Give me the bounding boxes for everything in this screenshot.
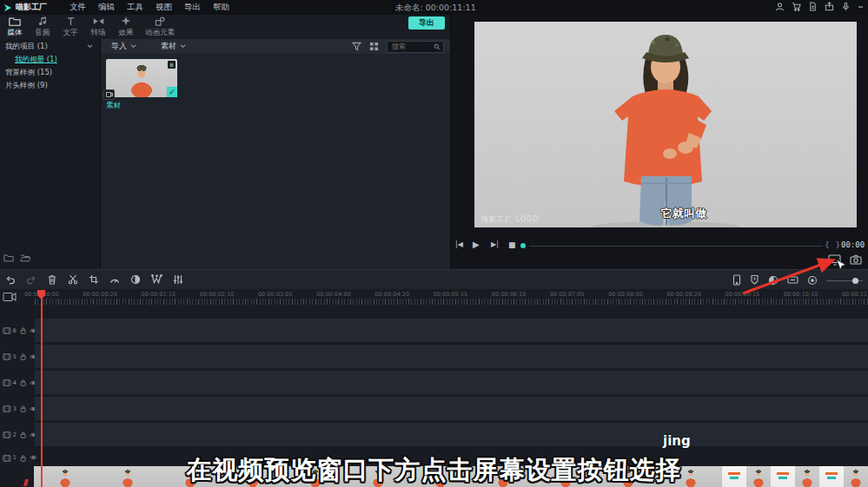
tab-elements[interactable]: 动画元素 (141, 16, 179, 38)
track-number: 4 (13, 379, 17, 386)
track-lane[interactable] (35, 423, 868, 446)
lock-icon[interactable] (20, 352, 26, 361)
snapshot-icon[interactable] (850, 254, 862, 265)
track-number: 5 (13, 353, 17, 360)
zoom-slider-handle[interactable] (852, 278, 858, 284)
menu-item[interactable]: 工具 (127, 2, 143, 13)
lock-icon[interactable] (20, 326, 26, 335)
seek-handle[interactable] (520, 243, 526, 248)
mixer-icon[interactable] (173, 274, 183, 285)
menu-item[interactable]: 编辑 (98, 2, 115, 13)
lock-icon[interactable] (20, 378, 26, 387)
crop-icon[interactable] (89, 274, 99, 285)
search-input[interactable] (390, 42, 434, 51)
timeline-track[interactable]: 6 (0, 319, 868, 342)
sidebar-item[interactable]: 片头样例 (9) (0, 80, 100, 91)
ruler-timestamp: 00:00:07:05 (550, 291, 585, 298)
track-lane[interactable] (35, 397, 868, 420)
store-cart-icon[interactable] (792, 2, 801, 11)
redo-icon[interactable] (26, 274, 36, 285)
category-dropdown[interactable]: 素材 (161, 41, 186, 52)
track-thumbnail-icon (3, 405, 11, 413)
next-frame-icon[interactable]: ▶| (491, 240, 499, 249)
filmora-app-window: 喵影工厂 文件编辑工具视图导出帮助 未命名: 00:00:11:11 媒体 音频… (0, 0, 868, 487)
menu-item[interactable]: 文件 (70, 2, 86, 13)
account-icon[interactable] (775, 2, 785, 11)
ruler-ticks[interactable] (35, 299, 868, 305)
filter-icon[interactable] (352, 42, 361, 51)
grid-view-icon[interactable] (369, 42, 379, 51)
export-button[interactable]: 导出 (408, 16, 445, 30)
beauty-icon[interactable] (151, 274, 162, 285)
tab-media[interactable]: 媒体 (2, 16, 28, 38)
tab-transition[interactable]: 转场 (85, 16, 111, 38)
zoom-slider[interactable] (826, 275, 863, 286)
tab-audio[interactable]: 音频 (30, 16, 56, 38)
track-thumbnail-icon (3, 378, 11, 387)
timeline-ruler[interactable]: 00:00:00:0000:00:00:2000:00:01:1500:00:0… (42, 291, 868, 298)
folder-open-icon[interactable] (20, 253, 30, 262)
chevron-down-icon (130, 44, 136, 49)
menu-item[interactable]: 帮助 (213, 2, 229, 13)
track-number: 6 (13, 327, 17, 334)
share-icon[interactable] (825, 2, 834, 11)
sidebar-item[interactable]: 我的项目 (1) (0, 41, 100, 52)
minimize-icon[interactable] (858, 2, 865, 11)
cut-icon[interactable] (68, 274, 78, 285)
play-icon[interactable]: ▶ (473, 240, 480, 249)
ruler-timestamp: 00:00:09:15 (726, 291, 760, 298)
video-subtitle: 它就叫做 (661, 206, 706, 221)
import-dropdown[interactable]: 导入 (111, 41, 136, 52)
track-lane[interactable] (35, 345, 868, 368)
chroma-icon[interactable] (130, 274, 141, 285)
menu-item[interactable]: 视图 (156, 2, 172, 13)
tab-text[interactable]: 文字 (57, 16, 83, 38)
marker-icon[interactable] (750, 274, 759, 286)
ruler-timestamp: 00:00:05:15 (434, 291, 468, 298)
track-manager-icon[interactable] (3, 292, 17, 302)
menu-item[interactable]: 导出 (184, 2, 201, 13)
search-icon[interactable] (434, 43, 441, 50)
ruler-timestamp: 00:00:04:00 (316, 291, 351, 298)
ruler-timestamp: 00:00:02:10 (200, 291, 235, 298)
delete-icon[interactable] (47, 274, 57, 285)
stop-icon[interactable]: ■ (508, 240, 516, 249)
sidebar-item[interactable]: 我的相册 (1) (0, 54, 100, 65)
media-toolbar: 导入 素材 (101, 39, 451, 54)
playhead-timecode: 00:00 (841, 240, 865, 249)
menu-bar: 文件编辑工具视图导出帮助 (70, 2, 229, 13)
screen-settings-icon[interactable] (828, 254, 842, 266)
chevron-down-icon[interactable] (87, 44, 93, 49)
media-clip-thumbnail[interactable]: B ✓ (106, 59, 177, 97)
timeline-track[interactable]: 3 (0, 397, 868, 420)
track-lane[interactable] (35, 371, 868, 394)
caption-small-text: jing (663, 433, 691, 449)
title-bar: 喵影工厂 文件编辑工具视图导出帮助 未命名: 00:00:11:11 (0, 0, 868, 15)
tab-effects[interactable]: 效果 (113, 16, 139, 38)
phone-export-icon[interactable] (732, 274, 741, 286)
license-icon[interactable] (808, 2, 818, 11)
seek-track[interactable] (529, 246, 823, 247)
track-lane[interactable] (35, 319, 868, 342)
track-thumbnail-icon (3, 326, 11, 335)
timeline-track[interactable]: 5 (0, 345, 868, 368)
fit-icon[interactable] (787, 275, 798, 285)
undo-icon[interactable] (5, 274, 16, 285)
timeline-tracks: 6 5 4 (0, 319, 868, 449)
search-box[interactable] (387, 41, 444, 53)
timeline-track[interactable]: 2 (0, 423, 868, 446)
mic-icon[interactable] (841, 2, 851, 11)
sparkle-icon (121, 16, 131, 26)
render-icon[interactable] (768, 275, 779, 286)
mark-in-out-icons[interactable]: { } (825, 240, 842, 249)
app-logo: 喵影工厂 (3, 2, 47, 13)
speed-icon[interactable] (109, 274, 120, 285)
ruler-timestamp: 00:00:01:15 (142, 291, 176, 298)
lock-icon[interactable] (20, 405, 26, 413)
zoom-fit-icon[interactable] (807, 275, 818, 286)
timeline-track[interactable]: 4 (0, 371, 868, 394)
prev-frame-icon[interactable]: |◀ (455, 240, 463, 249)
new-folder-icon[interactable] (3, 253, 14, 262)
lock-icon[interactable] (20, 431, 26, 439)
sidebar-item[interactable]: 背景样例 (15) (0, 67, 100, 78)
